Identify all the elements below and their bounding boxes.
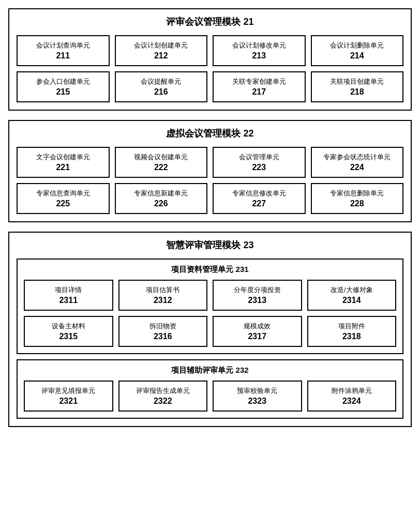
unit-name-218: 关联项目创建单元 (330, 77, 384, 86)
unit-cell-2323: 预审校验单元2323 (213, 381, 302, 412)
unit-name-2322: 评审报告生成单元 (136, 386, 190, 396)
unit-name-2316: 拆旧物资 (149, 322, 176, 331)
unit-cell-2317: 规模成效2317 (213, 316, 302, 347)
sub-231-grid: 项目详情2311项目估算书2312分年度分项投资2313改造/大修对象2314设… (24, 280, 396, 347)
unit-code-227: 227 (252, 199, 266, 208)
unit-name-211: 会议计划查询单元 (36, 41, 90, 50)
unit-cell-2316: 拆旧物资2316 (118, 316, 208, 347)
unit-name-217: 关联专家创建单元 (232, 77, 286, 86)
unit-name-227: 专家信息修改单元 (232, 189, 286, 198)
unit-code-224: 224 (350, 163, 364, 172)
unit-code-211: 211 (56, 51, 70, 60)
unit-code-2317: 2317 (248, 332, 266, 341)
unit-name-2321: 评审意见填报单元 (41, 386, 95, 396)
unit-name-223: 会议管理单元 (239, 153, 279, 162)
unit-cell-2315: 设备主材料2315 (24, 316, 113, 347)
unit-code-2321: 2321 (59, 397, 78, 406)
unit-code-214: 214 (350, 51, 364, 60)
unit-name-214: 会议计划删除单元 (330, 41, 384, 50)
sub-232-grid: 评审意见填报单元2321评审报告生成单元2322预审校验单元2323附件涂鸦单元… (24, 381, 396, 412)
module-22-title: 虚拟会议管理模块 22 (17, 127, 403, 140)
unit-code-213: 213 (252, 51, 266, 60)
unit-cell-2312: 项目估算书2312 (118, 280, 208, 311)
unit-name-221: 文字会议创建单元 (36, 153, 90, 162)
unit-cell-213: 会议计划修改单元213 (213, 35, 306, 66)
unit-code-2322: 2322 (154, 397, 172, 406)
sub-unit-231-title: 项目资料管理单元 231 (24, 265, 396, 275)
unit-name-2314: 改造/大修对象 (331, 285, 373, 295)
unit-cell-221: 文字会议创建单元221 (17, 147, 110, 178)
unit-cell-225: 专家信息查询单元225 (17, 183, 110, 214)
unit-name-213: 会议计划修改单元 (232, 41, 286, 50)
unit-name-2318: 项目附件 (338, 322, 365, 331)
unit-cell-217: 关联专家创建单元217 (213, 71, 306, 102)
unit-code-217: 217 (252, 87, 266, 97)
unit-code-218: 218 (350, 87, 364, 97)
unit-cell-215: 参会入口创建单元215 (17, 71, 110, 102)
unit-code-228: 228 (350, 199, 364, 208)
module-22: 虚拟会议管理模块 22 文字会议创建单元221视频会议创建单元222会议管理单元… (8, 120, 412, 222)
unit-name-2324: 附件涂鸦单元 (332, 386, 372, 396)
unit-name-226: 专家信息新建单元 (134, 189, 188, 198)
unit-name-2313: 分年度分项投资 (234, 285, 281, 295)
unit-name-216: 会议提醒单元 (141, 77, 181, 86)
unit-cell-226: 专家信息新建单元226 (115, 183, 208, 214)
unit-name-2312: 项目估算书 (146, 285, 179, 295)
unit-cell-212: 会议计划创建单元212 (115, 35, 208, 66)
sub-unit-231: 项目资料管理单元 231 项目详情2311项目估算书2312分年度分项投资231… (17, 258, 403, 354)
unit-code-216: 216 (154, 87, 168, 97)
unit-code-226: 226 (154, 199, 168, 208)
unit-name-2317: 规模成效 (244, 322, 271, 331)
unit-cell-2311: 项目详情2311 (24, 280, 113, 311)
unit-code-2314: 2314 (342, 296, 361, 305)
unit-name-215: 参会入口创建单元 (36, 77, 90, 86)
module-22-grid: 文字会议创建单元221视频会议创建单元222会议管理单元223专家参会状态统计单… (17, 147, 403, 214)
unit-code-2311: 2311 (59, 296, 78, 305)
unit-name-228: 专家信息删除单元 (330, 189, 384, 198)
unit-code-2324: 2324 (342, 397, 361, 406)
unit-cell-218: 关联项目创建单元218 (311, 71, 404, 102)
unit-code-2315: 2315 (59, 332, 78, 341)
unit-code-223: 223 (252, 163, 266, 172)
module-21: 评审会议管理模块 21 会议计划查询单元211会议计划创建单元212会议计划修改… (8, 8, 412, 111)
page-container: 评审会议管理模块 21 会议计划查询单元211会议计划创建单元212会议计划修改… (8, 8, 412, 427)
unit-name-212: 会议计划创建单元 (134, 41, 188, 50)
unit-cell-224: 专家参会状态统计单元224 (311, 147, 404, 178)
unit-cell-2322: 评审报告生成单元2322 (118, 381, 208, 412)
unit-code-2323: 2323 (248, 397, 266, 406)
unit-name-222: 视频会议创建单元 (134, 153, 188, 162)
unit-name-224: 专家参会状态统计单元 (323, 153, 391, 162)
unit-cell-227: 专家信息修改单元227 (213, 183, 306, 214)
unit-cell-214: 会议计划删除单元214 (311, 35, 404, 66)
sub-unit-232: 项目辅助评审单元 232 评审意见填报单元2321评审报告生成单元2322预审校… (17, 359, 403, 419)
module-21-title: 评审会议管理模块 21 (17, 16, 403, 28)
unit-code-225: 225 (56, 199, 70, 208)
unit-cell-2321: 评审意见填报单元2321 (24, 381, 113, 412)
unit-name-2315: 设备主材料 (52, 322, 85, 331)
unit-cell-228: 专家信息删除单元228 (311, 183, 404, 214)
unit-cell-2314: 改造/大修对象2314 (307, 280, 397, 311)
unit-name-2311: 项目详情 (55, 285, 82, 295)
unit-cell-223: 会议管理单元223 (213, 147, 306, 178)
unit-name-2323: 预审校验单元 (237, 386, 277, 396)
unit-code-222: 222 (154, 163, 168, 172)
unit-cell-222: 视频会议创建单元222 (115, 147, 208, 178)
unit-code-2312: 2312 (154, 296, 172, 305)
unit-code-2318: 2318 (342, 332, 361, 341)
unit-code-212: 212 (154, 51, 168, 60)
module-23-title: 智慧评审管理模块 23 (17, 239, 403, 251)
sub-unit-232-title: 项目辅助评审单元 232 (24, 366, 396, 375)
unit-cell-2324: 附件涂鸦单元2324 (307, 381, 397, 412)
unit-cell-2318: 项目附件2318 (307, 316, 397, 347)
unit-code-221: 221 (56, 163, 70, 172)
unit-cell-2313: 分年度分项投资2313 (213, 280, 302, 311)
module-23: 智慧评审管理模块 23 项目资料管理单元 231 项目详情2311项目估算书23… (8, 232, 412, 427)
unit-code-2313: 2313 (248, 296, 266, 305)
unit-code-215: 215 (56, 87, 70, 97)
unit-cell-211: 会议计划查询单元211 (17, 35, 110, 66)
unit-cell-216: 会议提醒单元216 (115, 71, 208, 102)
unit-name-225: 专家信息查询单元 (36, 189, 90, 198)
unit-code-2316: 2316 (154, 332, 172, 341)
module-21-grid: 会议计划查询单元211会议计划创建单元212会议计划修改单元213会议计划删除单… (17, 35, 403, 102)
